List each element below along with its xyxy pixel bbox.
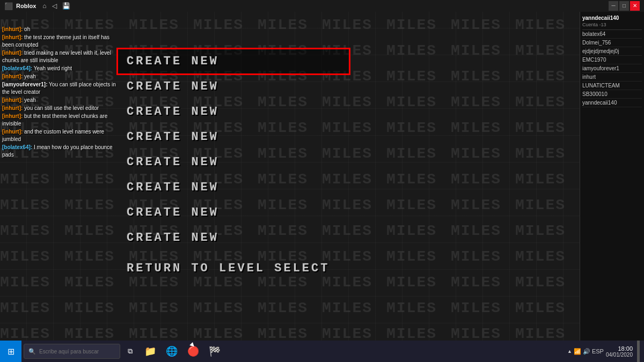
game-area: // Render tile rows inline MILESMILESMIL…	[0, 12, 580, 350]
windows-icon: ⊞	[8, 346, 14, 357]
maximize-button[interactable]: □	[619, 1, 629, 11]
tile-cell: MILES	[322, 17, 386, 33]
create-new-button-2[interactable]: CREATE NEW	[118, 75, 349, 99]
close-button[interactable]: ✕	[630, 1, 640, 11]
search-bar[interactable]: 🔍	[24, 344, 120, 359]
chat-line: [inhurt]: but the test theme level chunk…	[2, 113, 121, 128]
tile-cell: MILES	[64, 326, 129, 342]
tile-cell: MILES	[515, 326, 580, 342]
task-view-button[interactable]: ⧉	[120, 341, 140, 362]
player-list-item: ejdjejdjmedjej0j	[582, 47, 642, 56]
player-list-item: bolatex64	[582, 30, 642, 39]
tile-cell: MILES	[386, 300, 451, 316]
create-new-button-1[interactable]: CREATE NEW	[118, 49, 349, 73]
tile-cell: MILES	[386, 17, 451, 33]
chat-line: [inhurt]: and the custom level names wer…	[2, 128, 121, 143]
roblox-logo-icon: ⬛	[4, 2, 13, 10]
chat-line: [inhurt]: yeah	[2, 97, 121, 104]
create-new-label-3: CREATE NEW	[127, 105, 219, 119]
user-subtitle: Cuenta -13	[582, 22, 642, 30]
create-new-label-5: CREATE NEW	[127, 156, 219, 169]
chat-line: [inhurt]: the test zone theme just in it…	[2, 34, 121, 49]
network-icon: 📶	[574, 348, 581, 355]
create-new-button-4[interactable]: CREATE NEW	[118, 125, 349, 149]
player-list-item: Dolmei_756	[582, 39, 642, 47]
player-list-item: inhurt	[582, 73, 642, 82]
tile-cell: MILES	[515, 300, 580, 316]
create-new-button-6[interactable]: CREATE NEW	[118, 175, 349, 200]
create-new-label-2: CREATE NEW	[127, 80, 219, 93]
tile-cell: MILES	[386, 326, 451, 342]
tile-cell: MILES	[515, 17, 580, 33]
create-new-button-8[interactable]: CREATE NEW	[118, 226, 349, 250]
start-button[interactable]: ⊞	[0, 341, 21, 362]
home-icon[interactable]: ⌂	[42, 2, 46, 10]
tile-cell: MILES	[451, 326, 515, 342]
roblox-taskbar-icon[interactable]: 🔴	[182, 341, 204, 362]
tile-cell: MILES	[451, 300, 515, 316]
player-list-item: LUNATICTEAM	[582, 82, 642, 90]
titlebar-left: ⬛ Roblox ⌂ ◁ 💾	[4, 2, 70, 10]
player-list-item: yanndecaii140	[582, 99, 642, 107]
current-user-name: yanndecaii140	[582, 14, 642, 22]
clock-date: 04/01/2020	[606, 352, 633, 358]
tile-cell: MILES	[129, 300, 193, 316]
search-input[interactable]	[39, 349, 114, 354]
taskbar: ⊞ 🔍 ⧉ 📁 🌐 🔴 🏁 ▲ 📶 🔊 ESP 18:00 04/01/2020	[0, 341, 644, 362]
return-to-level-select-label: RETURN TO LEVEL SELECT	[127, 262, 330, 275]
language-label: ESP	[592, 348, 604, 354]
show-desktop-button[interactable]	[637, 341, 640, 362]
save-icon[interactable]: 💾	[62, 2, 70, 10]
chat-line: [inhurt]: you can still use the level ed…	[2, 105, 121, 112]
windows-flag-icon[interactable]: 🏁	[204, 341, 225, 362]
tile-cell: MILES	[258, 17, 322, 33]
back-icon[interactable]: ◁	[52, 2, 57, 10]
tile-cell: MILES	[193, 17, 258, 33]
tile-cell: MILES	[0, 274, 64, 291]
file-explorer-icon[interactable]: 📁	[140, 341, 161, 362]
window-controls: ─ □ ✕	[609, 1, 640, 11]
create-new-button-3[interactable]: CREATE NEW	[118, 100, 349, 124]
chat-panel: [inhurt]: oh [inhurt]: the test zone the…	[0, 24, 123, 120]
chat-line: [inhurt]: tried making a new level with …	[2, 49, 121, 64]
chat-line: [bolatex64]: Yeah weird right	[2, 65, 121, 72]
chat-line: [inhurt]: oh	[2, 26, 121, 33]
tile-cell: MILES	[322, 326, 386, 342]
create-new-button-5[interactable]: CREATE NEW	[118, 150, 349, 174]
create-new-label-1: CREATE NEW	[127, 55, 219, 68]
tile-cell: MILES	[451, 17, 515, 33]
minimize-button[interactable]: ─	[609, 1, 618, 11]
tile-cell: MILES	[193, 326, 258, 342]
create-new-label-4: CREATE NEW	[127, 130, 219, 144]
clock[interactable]: 18:00 04/01/2020	[606, 345, 633, 358]
chat-line: [inhurt]: yeah	[2, 73, 121, 80]
search-icon: 🔍	[28, 348, 36, 355]
tray-arrow[interactable]: ▲	[567, 349, 572, 354]
window-title: Roblox	[16, 3, 36, 9]
clock-time: 18:00	[606, 345, 633, 352]
create-new-label-8: CREATE NEW	[127, 231, 219, 245]
tile-cell: MILES	[0, 197, 64, 213]
player-list-sidebar: yanndecaii140 Cuenta -13 bolatex64Dolmei…	[580, 12, 644, 350]
volume-icon: 🔊	[583, 348, 590, 355]
create-new-label-6: CREATE NEW	[127, 181, 219, 194]
return-to-level-select-button[interactable]: RETURN TO LEVEL SELECT	[118, 256, 349, 280]
tile-cell: MILES	[193, 300, 258, 316]
chrome-icon[interactable]: 🌐	[161, 341, 182, 362]
tile-cell: MILES	[0, 300, 64, 316]
tile-cell: MILES	[0, 223, 64, 239]
chat-line: [iamyouforever1]: You can still place ob…	[2, 81, 121, 96]
tile-cell: MILES	[129, 17, 193, 33]
create-new-label-7: CREATE NEW	[127, 206, 219, 219]
player-list-item: EMC1970	[582, 56, 642, 64]
tile-cell: MILES	[64, 300, 129, 316]
player-list-item: SB300010	[582, 90, 642, 99]
menu-container: CREATE NEW CREATE NEW CREATE NEW CREATE …	[118, 49, 526, 282]
tile-cell: MILES	[0, 171, 64, 188]
tile-cell: MILES	[258, 300, 322, 316]
tile-cell: MILES	[322, 300, 386, 316]
create-new-button-7[interactable]: CREATE NEW	[118, 201, 349, 225]
chat-line: [bolatex64]: I mean how do you place bou…	[2, 144, 121, 159]
user-list: bolatex64Dolmei_756ejdjejdjmedjej0jEMC19…	[582, 30, 642, 107]
tile-row: MILESMILESMILESMILESMILESMILESMILESMILES…	[0, 295, 580, 321]
